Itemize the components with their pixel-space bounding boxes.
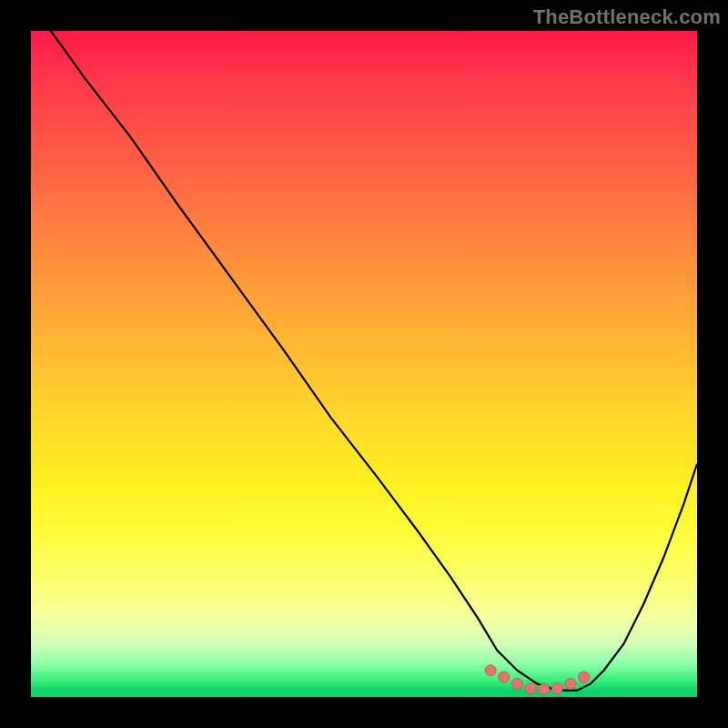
optimal-marker [551, 683, 562, 694]
watermark-text: TheBottleneck.com [533, 5, 721, 29]
optimal-marker [525, 683, 536, 694]
chart-svg [31, 31, 697, 697]
optimal-marker [499, 672, 510, 682]
optimal-marker [511, 678, 522, 689]
optimal-marker [579, 672, 590, 682]
optimal-marker [485, 665, 496, 676]
optimal-marker [565, 678, 576, 689]
chart-frame: TheBottleneck.com [0, 0, 728, 728]
bottleneck-curve [31, 31, 697, 691]
optimal-marker [539, 683, 550, 694]
chart-plot-area [31, 31, 697, 697]
